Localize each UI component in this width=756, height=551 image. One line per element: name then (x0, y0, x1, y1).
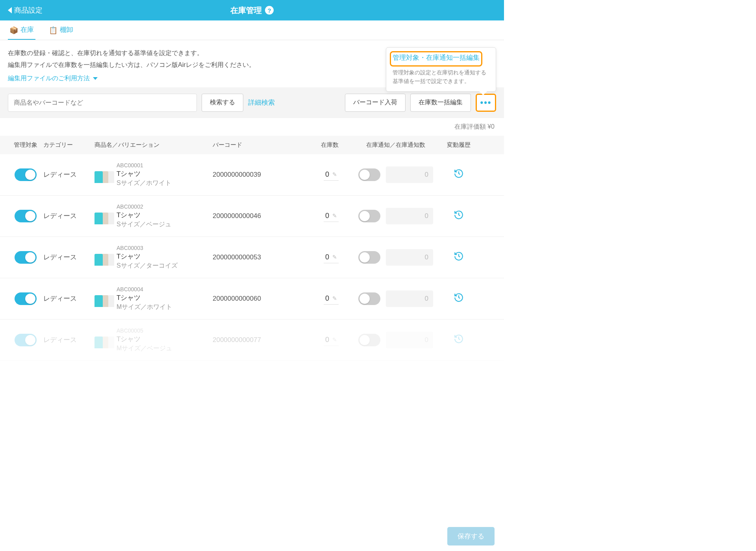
intro-link-label: 編集用ファイルのご利用方法 (8, 74, 90, 83)
intro-section: 在庫数の登録・確認と、在庫切れを通知する基準値を設定できます。 編集用ファイルで… (0, 40, 504, 87)
table-row: レディース ABC00002 Tシャツ Sサイズ／ベージュ 2000000000… (0, 196, 504, 237)
category-text: レディース (43, 335, 77, 344)
table-row: レディース ABC00003 Tシャツ Sサイズ／ターコイズ 200000000… (0, 237, 504, 278)
tab-inventory-label: 棚卸 (60, 25, 73, 34)
history-icon[interactable] (454, 168, 464, 181)
barcode-text: 2000000000060 (213, 295, 261, 303)
pencil-icon: ✎ (332, 254, 337, 260)
table-row: レディース ABC00004 Tシャツ Mサイズ／ホワイト 2000000000… (0, 278, 504, 320)
product-thumbnail-icon (94, 249, 111, 266)
app-header: 商品設定 在庫管理 ? (0, 0, 504, 20)
table-header: 管理対象 カテゴリー 商品名／バリエーション バーコード 在庫数 在庫通知／在庫… (0, 136, 504, 154)
back-button[interactable]: 商品設定 (8, 6, 43, 15)
target-toggle[interactable] (15, 168, 37, 181)
stock-value[interactable]: 0✎ (324, 169, 339, 181)
stock-value[interactable]: 0✎ (324, 334, 339, 346)
variation-text: Sサイズ／ターコイズ (117, 262, 178, 270)
tooltip-popover: 管理対象・在庫通知一括編集 管理対象の設定と在庫切れを通知する基準値を一括で設定… (386, 47, 496, 92)
notify-toggle[interactable] (358, 251, 380, 264)
tab-inventory[interactable]: 棚卸 (47, 20, 75, 40)
page-title-wrap: 在庫管理 ? (230, 5, 274, 16)
category-text: レディース (43, 211, 77, 220)
product-thumbnail-icon (94, 290, 111, 307)
search-input[interactable] (8, 94, 197, 112)
advanced-search-link[interactable]: 詳細検索 (248, 98, 275, 107)
category-text: レディース (43, 253, 77, 262)
tab-stock-label: 在庫 (20, 25, 34, 34)
col-category: カテゴリー (43, 141, 94, 149)
tooltip-title: 管理対象・在庫通知一括編集 (393, 53, 480, 62)
stock-valuation: 在庫評価額 ¥0 (0, 118, 504, 136)
notify-threshold-input[interactable] (386, 208, 433, 224)
stock-value[interactable]: 0✎ (324, 293, 339, 305)
product-thumbnail-icon (94, 166, 111, 183)
col-notify: 在庫通知／在庫通知数 (350, 141, 441, 149)
pencil-icon: ✎ (332, 337, 337, 343)
target-toggle[interactable] (15, 334, 37, 346)
target-toggle[interactable] (15, 292, 37, 305)
product-name: Tシャツ (117, 211, 171, 220)
notify-toggle[interactable] (358, 292, 380, 305)
help-icon[interactable]: ? (265, 6, 274, 15)
col-name: 商品名／バリエーション (94, 141, 213, 149)
history-icon[interactable] (454, 334, 464, 346)
notify-toggle[interactable] (358, 210, 380, 222)
barcode-text: 2000000000053 (213, 253, 261, 261)
notify-threshold-input[interactable] (386, 290, 433, 307)
stock-value[interactable]: 0✎ (324, 251, 339, 263)
product-name: Tシャツ (117, 335, 172, 344)
sku-text: ABC00002 (117, 203, 171, 210)
chevron-left-icon (8, 7, 12, 13)
more-menu-button[interactable]: ••• (476, 94, 496, 112)
target-toggle[interactable] (15, 251, 37, 264)
notify-toggle[interactable] (358, 334, 380, 346)
category-text: レディース (43, 170, 77, 179)
history-icon[interactable] (454, 251, 464, 264)
table-body: レディース ABC00001 Tシャツ Sサイズ／ホワイト 2000000000… (0, 154, 504, 361)
col-stock: 在庫数 (291, 141, 350, 149)
barcode-in-button[interactable]: バーコード入荷 (345, 94, 406, 112)
col-history: 変動履歴 (441, 141, 476, 149)
tabs: 在庫 棚卸 (0, 20, 504, 40)
table-row: レディース ABC00001 Tシャツ Sサイズ／ホワイト 2000000000… (0, 154, 504, 196)
barcode-text: 2000000000077 (213, 336, 261, 344)
chevron-down-icon (93, 77, 98, 80)
history-icon[interactable] (454, 292, 464, 305)
variation-text: Sサイズ／ベージュ (117, 220, 171, 229)
pencil-icon: ✎ (332, 295, 337, 301)
notify-threshold-input[interactable] (386, 166, 433, 183)
product-name: Tシャツ (117, 293, 172, 302)
variation-text: Sサイズ／ホワイト (117, 179, 171, 187)
col-target: 管理対象 (8, 141, 43, 149)
notify-toggle[interactable] (358, 168, 380, 181)
sku-text: ABC00001 (117, 162, 171, 168)
history-icon[interactable] (454, 210, 464, 222)
product-name: Tシャツ (117, 252, 178, 261)
bulk-stock-button[interactable]: 在庫数一括編集 (410, 94, 471, 112)
notify-threshold-input[interactable] (386, 332, 433, 348)
page-title: 在庫管理 (230, 5, 262, 16)
product-thumbnail-icon (94, 208, 111, 224)
search-bar: 検索する 詳細検索 バーコード入荷 在庫数一括編集 ••• (0, 87, 504, 118)
target-toggle[interactable] (15, 210, 37, 222)
table-row: レディース ABC00005 Tシャツ Mサイズ／ベージュ 2000000000… (0, 320, 504, 361)
barcode-text: 2000000000039 (213, 171, 261, 179)
sku-text: ABC00003 (117, 245, 178, 251)
tooltip-desc: 管理対象の設定と在庫切れを通知する基準値を一括で設定できます。 (393, 68, 489, 86)
pencil-icon: ✎ (332, 171, 337, 178)
search-button[interactable]: 検索する (202, 94, 243, 112)
category-text: レディース (43, 294, 77, 303)
pencil-icon: ✎ (332, 213, 337, 219)
col-barcode: バーコード (213, 141, 291, 149)
cube-icon (9, 26, 17, 34)
tab-stock[interactable]: 在庫 (8, 20, 35, 40)
sku-text: ABC00004 (117, 286, 172, 292)
notify-threshold-input[interactable] (386, 249, 433, 266)
barcode-text: 2000000000046 (213, 212, 261, 220)
variation-text: Mサイズ／ホワイト (117, 303, 172, 311)
product-thumbnail-icon (94, 332, 111, 348)
back-label: 商品設定 (14, 6, 43, 15)
stock-value[interactable]: 0✎ (324, 210, 339, 222)
clipboard-icon (49, 26, 57, 34)
product-name: Tシャツ (117, 169, 171, 178)
